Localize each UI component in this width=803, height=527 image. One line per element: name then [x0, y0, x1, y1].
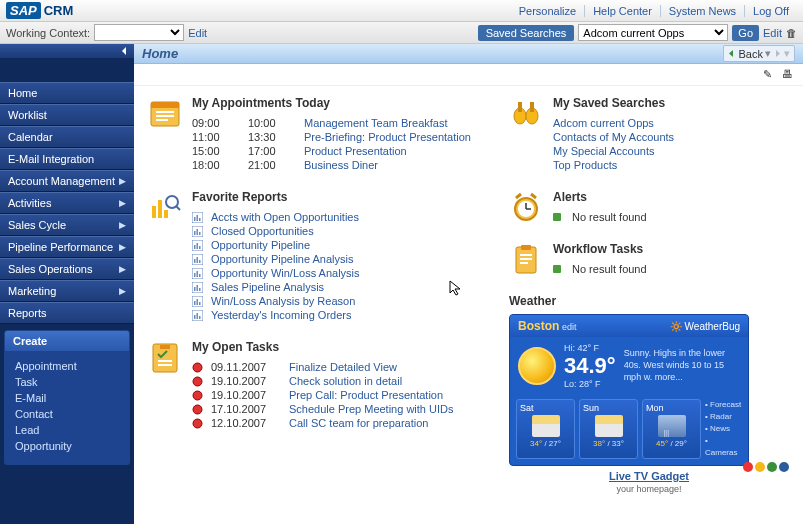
saved-search-link[interactable]: My Special Accounts: [553, 145, 655, 157]
report-row: Opportunity Win/Loss Analysis: [192, 266, 499, 280]
tasks-block: My Open Tasks 09.11.2007Finalize Detaile…: [148, 340, 499, 430]
alerts-block: Alerts No result found: [509, 190, 789, 224]
saved-search-row: Top Products: [553, 158, 789, 172]
trash-icon[interactable]: 🗑: [786, 27, 797, 39]
create-appointment-link[interactable]: Appointment: [15, 358, 119, 374]
svg-rect-7: [164, 210, 168, 218]
weather-edit-link[interactable]: edit: [562, 322, 577, 332]
history-back-button[interactable]: Back ▾ ▾: [723, 45, 795, 62]
system-news-link[interactable]: System News: [661, 5, 745, 17]
saved-searches-head: My Saved Searches: [553, 96, 789, 110]
svg-rect-17: [199, 232, 201, 235]
report-link[interactable]: Closed Opportunities: [211, 225, 314, 237]
weather-link-forecast[interactable]: Forecast: [705, 399, 742, 411]
svg-rect-28: [197, 271, 199, 277]
svg-point-45: [193, 363, 202, 372]
create-opportunity-link[interactable]: Opportunity: [15, 438, 119, 454]
sidebar-item-sales-operations[interactable]: Sales Operations▶: [0, 258, 134, 280]
appointment-link[interactable]: Management Team Breakfast: [304, 117, 447, 129]
appointment-link[interactable]: Business Diner: [304, 159, 378, 171]
report-link[interactable]: Accts with Open Opportunities: [211, 211, 359, 223]
sidebar-item-marketing[interactable]: Marketing▶: [0, 280, 134, 302]
chevron-right-icon: ▶: [119, 198, 126, 208]
svg-rect-23: [194, 259, 196, 263]
create-e-mail-link[interactable]: E-Mail: [15, 390, 119, 406]
create-contact-link[interactable]: Contact: [15, 406, 119, 422]
svg-rect-13: [199, 218, 201, 221]
sidebar-item-activities[interactable]: Activities▶: [0, 192, 134, 214]
report-link[interactable]: Opportunity Pipeline: [211, 239, 310, 251]
create-task-link[interactable]: Task: [15, 374, 119, 390]
svg-rect-35: [194, 301, 196, 305]
svg-rect-59: [521, 245, 531, 250]
working-context-label: Working Context:: [6, 27, 90, 39]
chevron-right-icon: ▶: [119, 286, 126, 296]
weather-temp: 34.9°: [564, 353, 616, 379]
task-link[interactable]: Schedule Prep Meeting with UIDs: [289, 403, 453, 415]
weather-link-cameras[interactable]: Cameras: [705, 435, 742, 459]
personalize-link[interactable]: Personalize: [511, 5, 585, 17]
svg-point-47: [193, 391, 202, 400]
help-center-link[interactable]: Help Center: [585, 5, 661, 17]
task-link[interactable]: Prep Call: Product Presentation: [289, 389, 443, 401]
report-link[interactable]: Win/Loss Analysis by Reason: [211, 295, 355, 307]
working-context-select[interactable]: [94, 24, 184, 41]
forecast-day-sat[interactable]: Sat34° / 27°: [516, 399, 575, 459]
sidebar-item-home[interactable]: Home: [0, 82, 134, 104]
sap-logo-box: SAP: [6, 2, 41, 19]
sidebar: HomeWorklistCalendarE-Mail IntegrationAc…: [0, 44, 134, 524]
chart-icon: [192, 282, 203, 293]
forecast-day-mon[interactable]: Mon|||45° / 29°: [642, 399, 701, 459]
report-link[interactable]: Yesterday's Incoming Orders: [211, 309, 351, 321]
saved-search-link[interactable]: Contacts of My Accounts: [553, 131, 674, 143]
report-link[interactable]: Sales Pipeline Analysis: [211, 281, 324, 293]
working-context-edit-link[interactable]: Edit: [188, 27, 207, 39]
svg-rect-31: [194, 287, 196, 291]
footer-sub: your homepage!: [616, 484, 681, 494]
print-icon[interactable]: 🖶: [782, 68, 793, 81]
svg-rect-44: [158, 364, 172, 366]
priority-icon: [192, 390, 203, 401]
appointment-link[interactable]: Pre-Briefing: Product Presentation: [304, 131, 471, 143]
svg-rect-25: [199, 260, 201, 263]
task-link[interactable]: Call SC team for preparation: [289, 417, 428, 429]
task-row: 09.11.2007Finalize Detailed View: [192, 360, 499, 374]
sidebar-collapse-bar[interactable]: [0, 44, 134, 58]
svg-rect-16: [197, 229, 199, 235]
sidebar-item-account-management[interactable]: Account Management▶: [0, 170, 134, 192]
create-lead-link[interactable]: Lead: [15, 422, 119, 438]
sidebar-item-sales-cycle[interactable]: Sales Cycle▶: [0, 214, 134, 236]
weather-condition: Sunny. Highs in the lower 40s. West wind…: [624, 348, 740, 383]
svg-rect-19: [194, 245, 196, 249]
sidebar-item-pipeline-performance[interactable]: Pipeline Performance▶: [0, 236, 134, 258]
saved-search-link[interactable]: Adcom current Opps: [553, 117, 654, 129]
sidebar-item-reports[interactable]: Reports: [0, 302, 134, 324]
saved-search-row: My Special Accounts: [553, 144, 789, 158]
alerts-empty: No result found: [553, 210, 789, 224]
chevron-right-icon: ▶: [119, 242, 126, 252]
weather-links: ForecastRadarNewsCameras: [705, 399, 742, 459]
sidebar-item-e-mail-integration[interactable]: E-Mail Integration: [0, 148, 134, 170]
appointment-link[interactable]: Product Presentation: [304, 145, 407, 157]
svg-rect-21: [199, 246, 201, 249]
saved-searches-edit-link[interactable]: Edit: [763, 27, 782, 39]
report-link[interactable]: Opportunity Win/Loss Analysis: [211, 267, 360, 279]
live-tv-gadget-link[interactable]: Live TV Gadget: [609, 470, 689, 482]
weather-link-news[interactable]: News: [705, 423, 742, 435]
task-link[interactable]: Finalize Detailed View: [289, 361, 397, 373]
report-link[interactable]: Opportunity Pipeline Analysis: [211, 253, 353, 265]
sidebar-item-calendar[interactable]: Calendar: [0, 126, 134, 148]
svg-rect-33: [199, 288, 201, 291]
forecast-day-sun[interactable]: Sun38° / 33°: [579, 399, 638, 459]
saved-search-link[interactable]: Top Products: [553, 159, 617, 171]
task-link[interactable]: Check solution in detail: [289, 375, 402, 387]
log-off-link[interactable]: Log Off: [745, 5, 797, 17]
saved-searches-go-button[interactable]: Go: [732, 25, 759, 41]
weather-link-radar[interactable]: Radar: [705, 411, 742, 423]
sidebar-item-worklist[interactable]: Worklist: [0, 104, 134, 126]
appointment-row: 11:0013:30Pre-Briefing: Product Presenta…: [192, 130, 499, 144]
tasks-icon: [148, 340, 182, 374]
edit-icon[interactable]: ✎: [763, 68, 772, 81]
content-area: Home Back ▾ ▾ ✎ 🖶 My: [134, 44, 803, 524]
saved-searches-select[interactable]: Adcom current Opps: [578, 24, 728, 41]
